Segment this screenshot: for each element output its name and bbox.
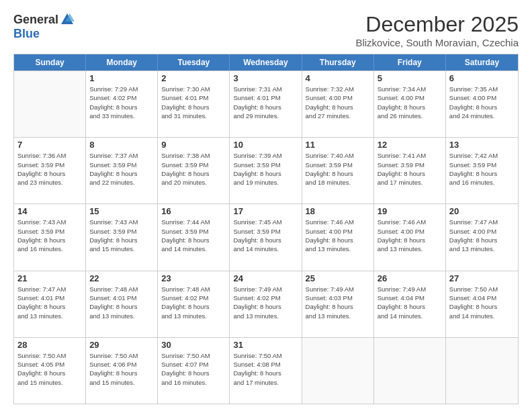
cal-cell: 11Sunrise: 7:40 AM Sunset: 3:59 PM Dayli… xyxy=(302,138,374,203)
cal-cell: 3Sunrise: 7:31 AM Sunset: 4:01 PM Daylig… xyxy=(230,71,302,137)
cell-info: Sunrise: 7:41 AM Sunset: 3:59 PM Dayligh… xyxy=(378,151,442,187)
cell-date: 3 xyxy=(233,73,298,83)
cal-cell: 15Sunrise: 7:43 AM Sunset: 3:59 PM Dayli… xyxy=(86,204,158,270)
cell-date: 18 xyxy=(306,206,370,216)
cal-cell: 21Sunrise: 7:47 AM Sunset: 4:01 PM Dayli… xyxy=(14,271,86,337)
cal-cell: 27Sunrise: 7:50 AM Sunset: 4:04 PM Dayli… xyxy=(446,271,518,337)
cell-date: 8 xyxy=(89,140,154,150)
cal-cell: 30Sunrise: 7:50 AM Sunset: 4:07 PM Dayli… xyxy=(158,338,230,404)
cell-date: 25 xyxy=(306,273,370,283)
cal-cell: 26Sunrise: 7:49 AM Sunset: 4:04 PM Dayli… xyxy=(374,271,446,337)
cal-week-4: 21Sunrise: 7:47 AM Sunset: 4:01 PM Dayli… xyxy=(14,271,518,337)
cell-date: 2 xyxy=(161,73,226,83)
cell-date: 11 xyxy=(306,140,370,150)
cal-cell: 9Sunrise: 7:38 AM Sunset: 3:59 PM Daylig… xyxy=(158,138,230,203)
cell-info: Sunrise: 7:34 AM Sunset: 4:00 PM Dayligh… xyxy=(378,85,442,120)
cal-cell: 20Sunrise: 7:47 AM Sunset: 4:00 PM Dayli… xyxy=(446,204,518,270)
cell-date: 5 xyxy=(378,73,442,83)
cell-info: Sunrise: 7:29 AM Sunset: 4:02 PM Dayligh… xyxy=(89,85,154,120)
cal-cell xyxy=(302,338,374,404)
cal-cell xyxy=(14,71,86,137)
month-title: December 2025 xyxy=(355,12,519,37)
cell-date: 31 xyxy=(233,340,298,350)
cal-cell: 10Sunrise: 7:39 AM Sunset: 3:59 PM Dayli… xyxy=(230,138,302,203)
cal-cell: 31Sunrise: 7:50 AM Sunset: 4:08 PM Dayli… xyxy=(230,338,302,404)
cell-date: 27 xyxy=(449,273,515,283)
cell-info: Sunrise: 7:36 AM Sunset: 3:59 PM Dayligh… xyxy=(17,151,82,187)
cell-info: Sunrise: 7:31 AM Sunset: 4:01 PM Dayligh… xyxy=(233,85,298,120)
cal-cell: 8Sunrise: 7:37 AM Sunset: 3:59 PM Daylig… xyxy=(86,138,158,203)
cell-date: 21 xyxy=(17,273,82,283)
cell-date: 14 xyxy=(17,206,82,216)
cell-date: 7 xyxy=(17,140,82,150)
cal-cell: 13Sunrise: 7:42 AM Sunset: 3:59 PM Dayli… xyxy=(446,138,518,203)
cell-date: 16 xyxy=(161,206,226,216)
location: Blizkovice, South Moravian, Czechia xyxy=(355,37,519,48)
logo: General Blue xyxy=(13,12,75,41)
cal-cell: 7Sunrise: 7:36 AM Sunset: 3:59 PM Daylig… xyxy=(14,138,86,203)
cal-cell: 4Sunrise: 7:32 AM Sunset: 4:00 PM Daylig… xyxy=(302,71,374,137)
cell-info: Sunrise: 7:47 AM Sunset: 4:00 PM Dayligh… xyxy=(449,218,515,253)
cal-cell: 5Sunrise: 7:34 AM Sunset: 4:00 PM Daylig… xyxy=(374,71,446,137)
cal-week-3: 14Sunrise: 7:43 AM Sunset: 3:59 PM Dayli… xyxy=(14,203,518,270)
cell-date: 12 xyxy=(378,140,442,150)
cell-info: Sunrise: 7:45 AM Sunset: 3:59 PM Dayligh… xyxy=(233,218,298,253)
calendar: SundayMondayTuesdayWednesdayThursdayFrid… xyxy=(13,54,519,404)
cell-info: Sunrise: 7:40 AM Sunset: 3:59 PM Dayligh… xyxy=(306,151,370,187)
cal-header-tuesday: Tuesday xyxy=(158,54,230,71)
title-block: December 2025 Blizkovice, South Moravian… xyxy=(355,12,519,48)
cal-cell: 6Sunrise: 7:35 AM Sunset: 4:00 PM Daylig… xyxy=(446,71,518,137)
cal-header-monday: Monday xyxy=(86,54,158,71)
cell-info: Sunrise: 7:50 AM Sunset: 4:06 PM Dayligh… xyxy=(89,351,154,387)
cell-info: Sunrise: 7:39 AM Sunset: 3:59 PM Dayligh… xyxy=(233,151,298,187)
cal-week-2: 7Sunrise: 7:36 AM Sunset: 3:59 PM Daylig… xyxy=(14,137,518,203)
cal-header-sunday: Sunday xyxy=(14,54,86,71)
calendar-header-row: SundayMondayTuesdayWednesdayThursdayFrid… xyxy=(14,54,518,71)
cell-info: Sunrise: 7:38 AM Sunset: 3:59 PM Dayligh… xyxy=(161,151,226,187)
cell-date: 13 xyxy=(449,140,515,150)
cell-date: 10 xyxy=(233,140,298,150)
cell-info: Sunrise: 7:44 AM Sunset: 3:59 PM Dayligh… xyxy=(161,218,226,253)
cal-cell: 1Sunrise: 7:29 AM Sunset: 4:02 PM Daylig… xyxy=(86,71,158,137)
cell-info: Sunrise: 7:35 AM Sunset: 4:00 PM Dayligh… xyxy=(449,85,515,120)
cell-info: Sunrise: 7:42 AM Sunset: 3:59 PM Dayligh… xyxy=(449,151,515,187)
cal-cell: 25Sunrise: 7:49 AM Sunset: 4:03 PM Dayli… xyxy=(302,271,374,337)
cal-cell: 24Sunrise: 7:49 AM Sunset: 4:02 PM Dayli… xyxy=(230,271,302,337)
cal-header-thursday: Thursday xyxy=(302,54,374,71)
cell-info: Sunrise: 7:49 AM Sunset: 4:04 PM Dayligh… xyxy=(378,285,442,320)
cal-week-5: 28Sunrise: 7:50 AM Sunset: 4:05 PM Dayli… xyxy=(14,337,518,404)
cal-cell: 14Sunrise: 7:43 AM Sunset: 3:59 PM Dayli… xyxy=(14,204,86,270)
cell-date: 6 xyxy=(449,73,515,83)
cal-header-friday: Friday xyxy=(374,54,446,71)
logo-general-text: General xyxy=(13,13,58,27)
cell-date: 30 xyxy=(161,340,226,350)
cal-cell: 28Sunrise: 7:50 AM Sunset: 4:05 PM Dayli… xyxy=(14,338,86,404)
cell-info: Sunrise: 7:50 AM Sunset: 4:07 PM Dayligh… xyxy=(161,351,226,387)
cell-date: 17 xyxy=(233,206,298,216)
cell-date: 1 xyxy=(89,73,154,83)
cell-date: 19 xyxy=(378,206,442,216)
cell-info: Sunrise: 7:46 AM Sunset: 4:00 PM Dayligh… xyxy=(378,218,442,253)
cell-date: 24 xyxy=(233,273,298,283)
cell-date: 28 xyxy=(17,340,82,350)
cal-cell: 12Sunrise: 7:41 AM Sunset: 3:59 PM Dayli… xyxy=(374,138,446,203)
cell-info: Sunrise: 7:50 AM Sunset: 4:04 PM Dayligh… xyxy=(449,285,515,320)
cal-cell: 22Sunrise: 7:48 AM Sunset: 4:01 PM Dayli… xyxy=(86,271,158,337)
cell-date: 26 xyxy=(378,273,442,283)
cal-week-1: 1Sunrise: 7:29 AM Sunset: 4:02 PM Daylig… xyxy=(14,71,518,137)
calendar-body: 1Sunrise: 7:29 AM Sunset: 4:02 PM Daylig… xyxy=(14,71,518,404)
cal-cell: 23Sunrise: 7:48 AM Sunset: 4:02 PM Dayli… xyxy=(158,271,230,337)
cal-cell xyxy=(446,338,518,404)
cal-cell: 16Sunrise: 7:44 AM Sunset: 3:59 PM Dayli… xyxy=(158,204,230,270)
cell-date: 9 xyxy=(161,140,226,150)
cell-info: Sunrise: 7:48 AM Sunset: 4:01 PM Dayligh… xyxy=(89,285,154,320)
cell-info: Sunrise: 7:43 AM Sunset: 3:59 PM Dayligh… xyxy=(89,218,154,253)
cell-date: 23 xyxy=(161,273,226,283)
cell-date: 22 xyxy=(89,273,154,283)
cell-date: 15 xyxy=(89,206,154,216)
cell-info: Sunrise: 7:50 AM Sunset: 4:08 PM Dayligh… xyxy=(233,351,298,387)
cell-info: Sunrise: 7:37 AM Sunset: 3:59 PM Dayligh… xyxy=(89,151,154,187)
cell-info: Sunrise: 7:46 AM Sunset: 4:00 PM Dayligh… xyxy=(306,218,370,253)
cell-date: 29 xyxy=(89,340,154,350)
page: General Blue December 2025 Blizkovice, S… xyxy=(0,0,532,411)
